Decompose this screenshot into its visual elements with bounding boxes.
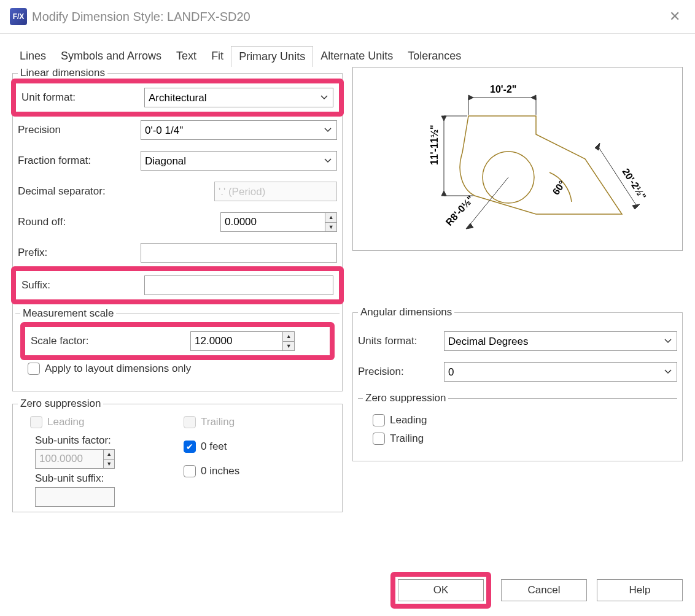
window-title: Modify Dimension Style: LANDFX-SD20	[32, 10, 664, 24]
trailing-label: Trailing	[201, 416, 235, 428]
cancel-button[interactable]: Cancel	[501, 579, 587, 601]
fraction-format-label: Fraction format:	[18, 155, 141, 167]
zero-feet-checkbox[interactable]: ✔	[184, 441, 196, 453]
zero-feet-label: 0 feet	[201, 441, 227, 453]
tab-tolerances[interactable]: Tolerances	[400, 46, 468, 67]
apply-layout-checkbox[interactable]	[28, 363, 40, 375]
tab-fit[interactable]: Fit	[204, 46, 231, 67]
dialog-buttons: OK Cancel Help	[390, 572, 683, 609]
subunit-suffix-label: Sub-unit suffix:	[35, 472, 171, 485]
linear-dimensions-group: Linear dimensions Unit format: Architect…	[12, 67, 343, 391]
suffix-input[interactable]	[144, 275, 333, 295]
scale-factor-input[interactable]	[190, 331, 282, 351]
leading-checkbox	[30, 416, 42, 428]
fraction-format-select[interactable]: Diagonal	[141, 151, 337, 171]
zero-suppression-group: Zero suppression Leading Sub-units facto…	[12, 398, 343, 512]
angular-leading-checkbox[interactable]	[373, 414, 385, 426]
round-off-input[interactable]	[220, 212, 325, 232]
dimension-preview: 10'-2" 11'-11½" 20'-2½" 60° R8'-0½"	[352, 67, 683, 251]
scale-factor-spinner[interactable]: ▲▼	[282, 331, 295, 351]
highlight-ok: OK	[390, 572, 491, 609]
angular-legend: Angular dimensions	[358, 306, 454, 318]
highlight-suffix: Suffix:	[11, 266, 344, 304]
measurement-legend: Measurement scale	[20, 307, 116, 320]
subunits-factor-label: Sub-units factor:	[35, 434, 171, 447]
precision-select[interactable]: 0'-0 1/4"	[141, 120, 337, 140]
angular-precision-select[interactable]: 0	[444, 362, 677, 382]
tabs: Lines Symbols and Arrows Text Fit Primar…	[12, 46, 683, 67]
ok-button[interactable]: OK	[398, 579, 484, 601]
scale-factor-label: Scale factor:	[31, 335, 190, 347]
angular-trailing-checkbox[interactable]	[373, 433, 385, 445]
tab-symbols-arrows[interactable]: Symbols and Arrows	[53, 46, 169, 67]
angular-trailing-label: Trailing	[390, 433, 424, 445]
svg-text:20'-2½": 20'-2½"	[620, 166, 648, 201]
tab-text[interactable]: Text	[169, 46, 204, 67]
angular-precision-label: Precision:	[358, 366, 444, 378]
tab-primary-units[interactable]: Primary Units	[231, 46, 313, 67]
app-icon: F/X	[10, 8, 27, 25]
unit-format-select[interactable]: Architectural	[144, 88, 333, 107]
angular-leading-label: Leading	[390, 414, 427, 426]
help-button[interactable]: Help	[597, 579, 683, 601]
measurement-scale-group: Measurement scale Scale factor: ▲▼	[15, 307, 340, 386]
close-icon[interactable]: ✕	[664, 6, 685, 27]
suffix-label: Suffix:	[21, 279, 144, 291]
linear-legend: Linear dimensions	[18, 67, 107, 79]
svg-text:60°: 60°	[551, 179, 568, 197]
svg-text:11'-11½": 11'-11½"	[429, 125, 440, 165]
round-off-spinner[interactable]: ▲▼	[325, 212, 337, 232]
highlight-scale-factor: Scale factor: ▲▼	[20, 322, 335, 360]
unit-format-label: Unit format:	[21, 91, 144, 104]
highlight-unit-format: Unit format: Architectural	[11, 79, 344, 117]
svg-text:10'-2": 10'-2"	[490, 84, 516, 94]
leading-label: Leading	[47, 416, 85, 428]
zero-inches-label: 0 inches	[201, 465, 239, 477]
subunit-suffix-input	[35, 487, 115, 507]
decimal-separator-select: '.' (Period)	[214, 182, 337, 201]
angular-dimensions-group: Angular dimensions Units format: Decimal…	[352, 306, 683, 461]
svg-text:R8'-0½": R8'-0½"	[444, 193, 476, 228]
angular-units-format-select[interactable]: Decimal Degrees	[444, 331, 677, 351]
apply-layout-label: Apply to layout dimensions only	[45, 363, 191, 375]
subunits-factor-input	[35, 449, 103, 469]
angular-zs-legend: Zero suppression	[363, 392, 448, 404]
tab-lines[interactable]: Lines	[12, 46, 53, 67]
decimal-separator-label: Decimal separator:	[18, 185, 141, 198]
angular-units-format-label: Units format:	[358, 335, 444, 347]
trailing-checkbox	[184, 416, 196, 428]
angular-zero-suppression-group: Zero suppression Leading Trailing	[358, 392, 677, 456]
round-off-label: Round off:	[18, 216, 141, 228]
zero-suppression-legend: Zero suppression	[18, 398, 103, 410]
subunits-factor-spinner: ▲▼	[103, 449, 115, 469]
title-bar: F/X Modify Dimension Style: LANDFX-SD20 …	[0, 0, 695, 34]
prefix-input[interactable]	[141, 243, 337, 263]
tab-alternate-units[interactable]: Alternate Units	[313, 46, 400, 67]
zero-inches-checkbox[interactable]	[184, 465, 196, 477]
prefix-label: Prefix:	[18, 247, 141, 259]
precision-label: Precision	[18, 124, 141, 136]
